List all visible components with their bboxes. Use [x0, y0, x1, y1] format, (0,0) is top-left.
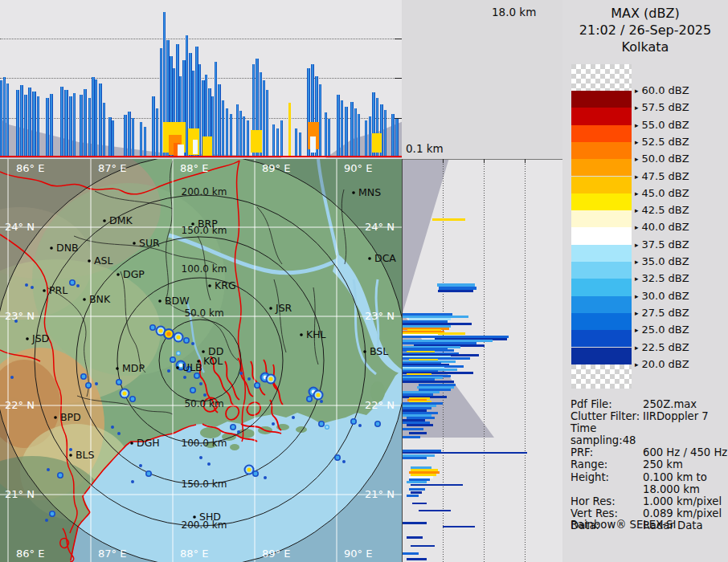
echo-column [350, 102, 354, 157]
city-label: MDP [122, 362, 145, 374]
echo-column [328, 119, 330, 157]
scale-value: 57.5 dBZ [642, 101, 689, 113]
echo-column [236, 104, 239, 157]
city-label: BNK [89, 293, 111, 305]
scale-arrow-icon: ▸ [635, 223, 639, 231]
echo-column [140, 122, 142, 157]
echo-row [407, 424, 433, 426]
echo-row [403, 552, 419, 555]
legend-band [571, 227, 632, 244]
echo-cell [183, 376, 186, 379]
info-label: Time sampling:48 [571, 422, 643, 446]
echo-row [419, 510, 451, 511]
legend-band [571, 159, 632, 176]
echo-column [46, 98, 49, 157]
echo-cell [151, 326, 155, 330]
city-label: PRL [49, 284, 67, 296]
city-dot [103, 219, 106, 222]
city-label: BSL [370, 345, 388, 357]
echo-cell [325, 426, 329, 429]
city-dot [352, 191, 355, 194]
echo-column [32, 92, 36, 157]
legend-scale-label: ▸42.5 dBZ [635, 204, 689, 216]
legend-band [571, 330, 632, 347]
legend-band [571, 262, 632, 279]
dbz-colorbar: ▸60.0 dBZ▸57.5 dBZ▸55.0 dBZ▸52.5 dBZ▸50.… [571, 64, 720, 389]
echo-cell [87, 384, 91, 388]
geo-label: 86° E [16, 162, 44, 174]
city-label: KHL [306, 328, 326, 340]
echo-column [132, 118, 134, 157]
city-dot [158, 299, 162, 303]
axis-tick [484, 159, 485, 163]
geo-label: 88° E [180, 162, 208, 174]
echo-row [412, 503, 427, 504]
echo-cell [111, 426, 114, 429]
echo-row [409, 488, 425, 491]
echo-column [272, 124, 275, 157]
info-label: Range: [571, 458, 643, 470]
echo-cell [207, 462, 211, 466]
echo-cell [25, 283, 28, 287]
city-label: MNS [358, 186, 381, 198]
echo-cell [31, 286, 34, 289]
echo-column [337, 95, 340, 157]
legend-scale-label: ▸50.0 dBZ [635, 153, 689, 165]
legend-band [571, 91, 632, 108]
echo-core-segment [251, 130, 262, 153]
echo-cell [117, 381, 121, 385]
echo-row [403, 428, 423, 430]
echo-cell [185, 339, 189, 343]
range-label: 100.0 km [182, 438, 227, 449]
echo-cell [237, 430, 240, 434]
echo-column [20, 85, 23, 157]
echo-column [73, 93, 76, 157]
echo-cell [82, 375, 86, 379]
city-dot [26, 337, 29, 340]
echo-column [88, 98, 91, 157]
echo-column [345, 107, 348, 157]
radar-map: 200.0 km150.0 km100.0 km50.0 km50.0 km10… [0, 159, 402, 562]
legend-band [571, 210, 632, 227]
legend-scale-label: ▸27.5 dBZ [635, 307, 689, 319]
info-value: 18.000 km [643, 483, 700, 495]
city-dot [117, 273, 120, 276]
echo-cell [171, 358, 175, 362]
geo-label: 21° N [5, 488, 35, 500]
city-label: DGP [123, 268, 145, 280]
echo-row [403, 457, 427, 459]
echo-column [263, 80, 265, 157]
echo-row [411, 484, 463, 486]
echo-cell [320, 422, 324, 426]
info-row: Range:250 km [571, 458, 727, 470]
geo-label: 86° E [16, 548, 44, 560]
product-station: Kolkata [562, 39, 728, 55]
echo-row [403, 436, 420, 438]
echo-cell [272, 422, 275, 426]
echo-cell [342, 460, 346, 463]
info-label: PRF: [571, 446, 643, 458]
scale-arrow-icon: ▸ [635, 138, 639, 146]
echo-column [128, 112, 131, 157]
scale-value: 47.5 dBZ [642, 170, 689, 182]
echo-cell [51, 512, 55, 516]
echo-column [230, 114, 232, 157]
echo-cell [336, 456, 340, 460]
axis-tick [525, 159, 526, 163]
legend-band [571, 364, 632, 389]
scale-value: 45.0 dBZ [642, 187, 689, 199]
scale-value: 55.0 dBZ [642, 119, 689, 131]
info-row: PRF:600 Hz / 450 Hz [571, 446, 727, 458]
echo-row [407, 558, 427, 560]
echo-cell [117, 432, 121, 435]
echo-column [112, 120, 114, 157]
city-dot [54, 416, 57, 419]
scale-arrow-icon: ▸ [635, 309, 639, 317]
legend-band [571, 313, 632, 330]
echo-column [243, 116, 245, 157]
echo-column [280, 120, 283, 157]
echo-cell [191, 342, 194, 345]
legend-scale-label: ▸55.0 dBZ [635, 119, 689, 131]
info-label: Vert Res: [571, 507, 643, 519]
echo-row [403, 522, 427, 524]
